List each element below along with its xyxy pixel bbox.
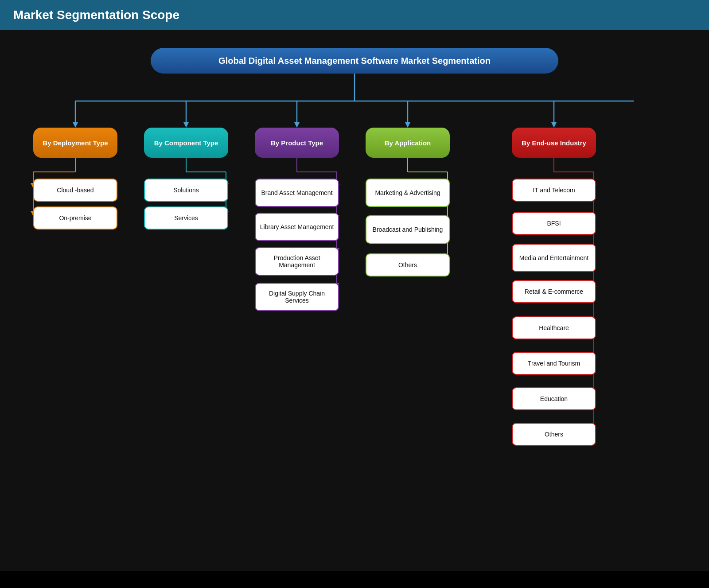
- page-title: Market Segmentation Scope: [13, 8, 179, 22]
- cat-enduse: By End-use Industry: [512, 128, 596, 158]
- item-marketing: Marketing & Advertising: [366, 179, 450, 207]
- item-healthcare: Healthcare: [512, 316, 596, 339]
- diagram-container: Global Digital Asset Management Software…: [0, 30, 709, 571]
- item-solutions: Solutions: [144, 179, 228, 202]
- item-services: Services: [144, 206, 228, 230]
- item-brand-asset: Brand Asset Management: [255, 179, 339, 207]
- cat-component: By Component Type: [144, 128, 228, 158]
- item-education: Education: [512, 387, 596, 410]
- item-others-app: Others: [366, 253, 450, 276]
- root-node: Global Digital Asset Management Software…: [151, 48, 558, 74]
- item-library-asset: Library Asset Management: [255, 213, 339, 241]
- cat-deployment: By Deployment Type: [33, 128, 117, 158]
- item-broadcast: Broadcast and Publishing: [366, 215, 450, 244]
- svg-marker-5: [183, 122, 189, 128]
- item-travel: Travel and Tourism: [512, 352, 596, 375]
- item-digital-supply: Digital Supply Chain Services: [255, 283, 339, 311]
- svg-marker-7: [294, 122, 300, 128]
- page-header: Market Segmentation Scope: [0, 0, 709, 30]
- cat-application: By Application: [366, 128, 450, 158]
- item-production-asset: Production Asset Management: [255, 247, 339, 276]
- diagram-area: Global Digital Asset Management Software…: [22, 43, 687, 544]
- svg-marker-3: [73, 122, 78, 128]
- svg-marker-9: [405, 122, 410, 128]
- item-bfsi: BFSI: [512, 212, 596, 235]
- item-onpremise: On-premise: [33, 206, 117, 230]
- item-it-telecom: IT and Telecom: [512, 179, 596, 202]
- item-others-enduse: Others: [512, 423, 596, 446]
- svg-marker-11: [551, 122, 557, 128]
- item-media: Media and Entertainment: [512, 244, 596, 272]
- item-retail: Retail & E-commerce: [512, 280, 596, 303]
- item-cloud: Cloud -based: [33, 179, 117, 202]
- cat-product: By Product Type: [255, 128, 339, 158]
